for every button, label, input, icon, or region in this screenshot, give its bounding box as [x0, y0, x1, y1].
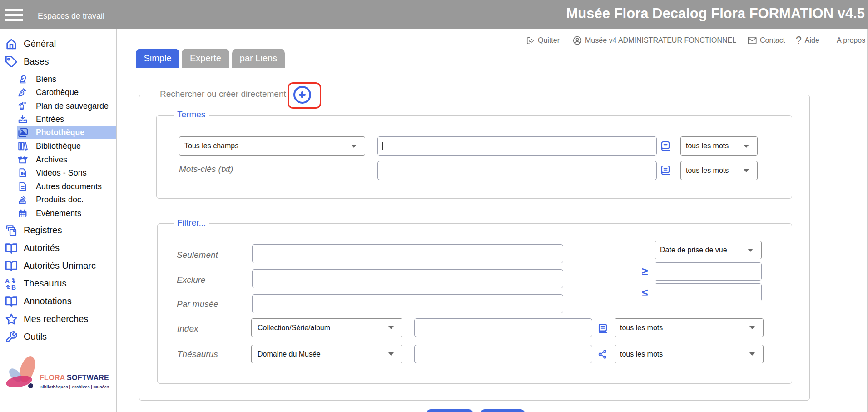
- svg-text:FLORA: FLORA: [40, 374, 65, 382]
- svg-text:Bibliothèques | Archives | Mus: Bibliothèques | Archives | Musées: [40, 384, 109, 389]
- svg-text:SOFTWARE: SOFTWARE: [67, 374, 109, 382]
- svg-text:B: B: [11, 284, 16, 290]
- svg-text:A: A: [5, 277, 10, 285]
